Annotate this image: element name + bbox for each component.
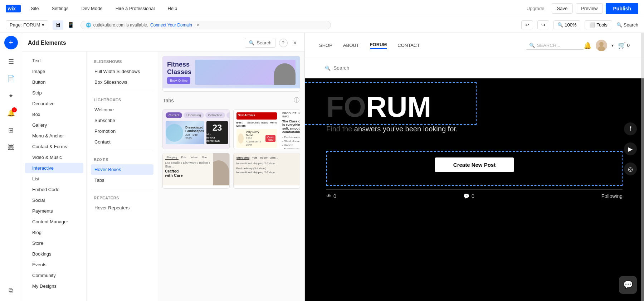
sub-full-width-slideshows[interactable]: Full Width Slideshows [91,66,153,77]
site-cart[interactable]: 🛒 0 [618,42,630,49]
cat-content[interactable]: Content Manager [25,217,83,227]
chat-button[interactable]: 💬 [619,276,637,294]
cat-video[interactable]: Video & Music [25,152,83,162]
sidebar-icon-pages[interactable]: 📄 [3,71,19,87]
undo-button[interactable]: ↩ [521,20,533,29]
nav-help[interactable]: Help [165,4,180,13]
panel-search-button[interactable]: 🔍 Search [245,38,275,48]
site-search-placeholder: SEARCH... [537,43,560,48]
nav-settings[interactable]: Settings [49,4,71,13]
wix-logo[interactable]: wix [6,5,21,13]
search-button[interactable]: 🔍 Search [616,22,638,28]
create-post-button[interactable]: Create New Post [435,157,514,172]
cat-text[interactable]: Text [25,55,83,66]
repeater-item-1: Very Berry Blend1992 Appletiser S Bowl O… [236,129,277,148]
nav-hire[interactable]: Hire a Professional [113,4,158,13]
nav-devmode[interactable]: Dev Mode [78,4,105,13]
add-element-button[interactable]: + [4,36,18,49]
forum-search-box[interactable]: 🔍 [319,62,412,74]
search-icon: 🔍 [249,40,254,45]
site-search-bar[interactable]: 🔍 SEARCH... [526,41,584,50]
cat-contact[interactable]: Contact & Forms [25,141,83,152]
widget-repeater[interactable]: New Arrivals Best SellersSavouriesBasicM… [233,109,301,149]
mobile-icon[interactable]: 📱 [65,20,76,30]
cat-menu[interactable]: Menu & Anchor [25,131,83,141]
sub-subscribe[interactable]: Subscribe [91,115,153,126]
sub-tabs[interactable]: Tabs [91,175,153,185]
panel-close-button[interactable]: × [291,39,299,47]
sidebar-icon-notifications[interactable]: 🔔 1 [3,105,19,121]
cat-decorative[interactable]: Decorative [25,98,83,109]
publish-button[interactable]: Publish [606,3,638,14]
following-button[interactable]: Following [601,193,623,199]
upgrade-button[interactable]: Upgrade [522,4,549,13]
sidebar-icon-menu[interactable]: ☰ [3,54,19,69]
cat-button[interactable]: Button [25,77,83,87]
crafted-nav-pots: Pots [180,155,188,160]
save-button[interactable]: Save [552,3,573,14]
cat-embed[interactable]: Embed Code [25,184,83,195]
connect-domain-link[interactable]: Connect Your Domain [150,23,192,28]
cat-box[interactable]: Box [25,109,83,120]
widget-tabbed-shop[interactable]: Shopping Pots Indoor Glas... Internation… [233,153,301,189]
cat-image[interactable]: Image [25,66,83,77]
sidebar-icon-layers[interactable]: ⧉ [3,282,19,298]
widget-fitness-banner[interactable]: FitnessClasses Book Online [162,56,300,92]
nav-forum[interactable]: FORUM [370,42,387,49]
zoom-control[interactable]: 🔍 100% [553,20,580,29]
comments-count: 0 [472,193,474,199]
forum-search-input[interactable] [333,65,398,71]
redo-button[interactable]: ↪ [537,20,549,29]
nav-contact[interactable]: CONTACT [397,43,420,48]
forum-subtext: Find the answers you've been looking for… [326,125,623,133]
cat-list[interactable]: List [25,174,83,184]
widget-crafted[interactable]: Shopping Pots Indoor Glas... Our Studio … [162,153,230,189]
youtube-icon[interactable]: ▶ [624,142,637,155]
desktop-icon[interactable]: 🖥 [53,20,63,30]
sub-hover-repeaters[interactable]: Hover Repeaters [91,203,153,213]
sidebar-icon-wix-apps[interactable]: ✦ [3,88,19,104]
cat-blog[interactable]: Blog [25,227,83,238]
domain-close-button[interactable]: ✕ [196,23,200,28]
tools-icon: ⬜ [589,22,595,28]
cat-bookings[interactable]: Bookings [25,249,83,259]
sub-box-slideshows[interactable]: Box Slideshows [91,77,153,87]
cat-community[interactable]: Community [25,270,83,281]
user-avatar[interactable] [596,40,607,51]
sub-promotion[interactable]: Promotion [91,126,153,136]
scrollbar[interactable] [641,33,644,301]
sidebar-icon-image[interactable]: 🖼 [3,140,19,155]
tools-button[interactable]: ⬜ Tools [585,20,612,29]
spec-3: - Unisex [282,143,300,147]
cat-payments[interactable]: Payments [25,206,83,216]
chevron-down-icon[interactable]: ▾ [611,43,614,48]
page-name: FORUM [23,22,40,28]
sub-welcome[interactable]: Welcome [91,105,153,115]
order-button-1[interactable]: Order Now [265,135,275,142]
sub-contact[interactable]: Contact [91,137,153,147]
nav-site[interactable]: Site [28,4,42,13]
facebook-icon[interactable]: f [624,122,637,135]
page-selector[interactable]: Page: FORUM ▾ [6,20,48,29]
cat-social[interactable]: Social [25,195,83,205]
cat-mydesigns[interactable]: My Designs [25,281,83,291]
nav-about[interactable]: ABOUT [343,43,359,48]
sub-hover-boxes[interactable]: Hover Boxes [91,164,153,175]
fitness-book-button[interactable]: Book Online [167,77,190,84]
forum-search-icon: 🔍 [325,65,331,71]
sidebar-icon-grid[interactable]: ⊞ [3,122,19,138]
info-icon[interactable]: ⓘ [294,97,299,104]
cat-store[interactable]: Store [25,238,83,248]
panel-help-button[interactable]: ? [279,39,288,47]
cat-events[interactable]: Events [25,259,83,270]
cat-gallery[interactable]: Gallery [25,120,83,130]
preview-button[interactable]: Preview [576,3,603,14]
sub-title-boxes: BOXES [91,155,153,164]
instagram-icon[interactable]: ◎ [624,162,637,175]
nav-shop[interactable]: SHOP [319,43,332,48]
cat-interactive[interactable]: Interactive [25,163,83,173]
notification-icon[interactable]: 🔔 [584,42,591,49]
cat-strip[interactable]: Strip [25,88,83,98]
widget-tabs[interactable]: Current Upcoming Collection Past Online [162,109,230,149]
domain-bar: 🌐 cutiekulture.com is available. Connect… [80,21,331,29]
